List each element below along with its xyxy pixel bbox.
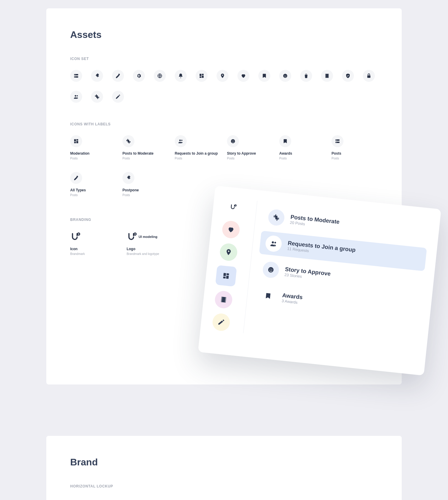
bookmark-icon xyxy=(279,135,291,147)
brand-logo: UI modeling Logo Brandmark and logotype xyxy=(127,231,159,256)
labeled-sub: Posts xyxy=(70,193,116,197)
pin-icon xyxy=(217,70,228,82)
labeled-story: Story to Approve Posts xyxy=(227,135,273,160)
brand-card: Brand HORIZONTAL LOCKUP xyxy=(46,436,402,500)
brand-icon: Icon Brandmark xyxy=(70,231,85,256)
heart-icon xyxy=(237,70,249,82)
face-icon xyxy=(227,135,239,147)
labeled-sub: Posts xyxy=(227,157,273,160)
brandmark-icon xyxy=(70,231,85,243)
shield-icon xyxy=(342,70,354,82)
labeled-moderation: Moderation Posts xyxy=(70,135,116,160)
sidebar-dashboard-icon[interactable] xyxy=(215,265,237,287)
labeled-posts: Posts Posts xyxy=(332,135,378,160)
brandmark-logo: UI modeling xyxy=(127,231,159,243)
thumbs-icon xyxy=(91,91,103,103)
group-icon xyxy=(70,91,82,103)
labeled-label: Posts xyxy=(332,151,378,156)
labeled-all-types: All Types Posts xyxy=(70,172,116,197)
brand-sub: Brandmark xyxy=(70,252,85,256)
dashboard-icon xyxy=(70,135,82,147)
labeled-label: Postpone xyxy=(122,188,169,192)
labeled-label: All Types xyxy=(70,188,116,192)
mock-sidebar xyxy=(211,197,250,333)
bookmark-icon xyxy=(259,287,277,305)
dashboard-icon xyxy=(196,70,208,82)
section-horizontal-lockup: HORIZONTAL LOCKUP xyxy=(70,484,378,488)
bell-icon xyxy=(175,70,187,82)
mock-list: Posts to Moderate 20 Posts Requests to J… xyxy=(251,201,430,351)
labeled-label: Story to Approve xyxy=(227,151,273,156)
section-icon-set: ICON SET xyxy=(70,57,378,61)
brand-sub: Brandmark and logotype xyxy=(127,252,159,256)
labeled-sub: Posts xyxy=(175,157,221,160)
lock-icon xyxy=(363,70,375,82)
server-icon xyxy=(70,70,82,82)
brand-title: Brand xyxy=(70,457,378,468)
labeled-posts-to-moderate: Posts to Moderate Posts xyxy=(122,135,169,160)
style-icon xyxy=(112,70,124,82)
icon-set-grid xyxy=(70,70,378,103)
labeled-label: Awards xyxy=(279,151,326,156)
gear-icon xyxy=(133,70,145,82)
sidebar-pin-icon[interactable] xyxy=(219,243,238,262)
labeled-sub: Posts xyxy=(122,157,169,160)
brandmark-icon[interactable] xyxy=(224,198,243,217)
labeled-label: Moderation xyxy=(70,151,116,156)
labeled-awards: Awards Posts xyxy=(279,135,326,160)
sidebar-heart-icon[interactable] xyxy=(221,220,240,239)
thumbs-icon xyxy=(122,135,134,147)
labeled-sub: Posts xyxy=(122,193,169,197)
labeled-label: Posts to Moderate xyxy=(122,151,169,156)
thumbs-icon xyxy=(268,209,285,226)
server-icon xyxy=(332,135,343,147)
labeled-requests: Requests to Join a group Posts xyxy=(175,135,221,160)
bookmark-icon xyxy=(258,70,270,82)
face-icon xyxy=(279,70,291,82)
group-icon xyxy=(175,135,187,147)
sidebar-film-icon[interactable] xyxy=(214,290,233,309)
logo-wordmark: UI modeling xyxy=(139,235,157,239)
sidebar-edit-icon[interactable] xyxy=(212,313,231,332)
brand-label: Icon xyxy=(70,247,85,251)
globe-icon xyxy=(154,70,166,82)
puzzle-icon xyxy=(91,70,103,82)
assets-title: Assets xyxy=(70,29,378,40)
group-icon xyxy=(265,235,282,253)
labeled-label: Requests to Join a group xyxy=(175,151,221,156)
face-icon xyxy=(262,261,280,279)
brand-label: Logo xyxy=(127,247,159,251)
film-icon xyxy=(321,70,333,82)
trash-icon xyxy=(300,70,312,82)
labeled-sub: Posts xyxy=(332,157,378,160)
section-icons-with-labels: ICONS WITH LABELS xyxy=(70,122,378,126)
labeled-sub: Posts xyxy=(70,157,116,160)
style-icon xyxy=(70,172,82,184)
edit-icon xyxy=(112,91,124,103)
mock-preview-card: Posts to Moderate 20 Posts Requests to J… xyxy=(198,186,441,376)
labeled-postpone: Postpone Posts xyxy=(122,172,169,197)
labeled-sub: Posts xyxy=(279,157,326,160)
puzzle-icon xyxy=(122,172,134,184)
